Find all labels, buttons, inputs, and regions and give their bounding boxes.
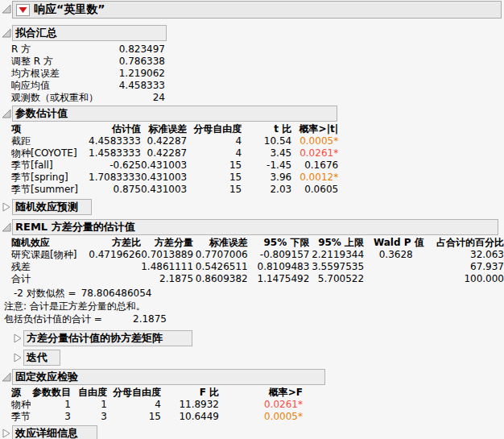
parameter-estimates-table: 项 估计值 标准误差 分母自由度 t 比 概率>|t| 截距 4.4583333… — [11, 123, 343, 196]
section-header-fit-summary[interactable]: 拟合汇总 — [12, 25, 167, 41]
cell: 0.42287 — [141, 147, 187, 159]
column-header: 随机效应 — [11, 237, 89, 249]
column-header: 标准误差 — [193, 237, 248, 249]
cell: 11.8932 — [161, 399, 219, 411]
table-row: 响应均值 4.458333 — [11, 80, 165, 92]
cell: 2.1875 — [141, 273, 193, 285]
table-row: 截距 4.4583333 0.42287 4 10.54 0.0005* — [11, 135, 343, 147]
stat-value: 1.219062 — [108, 68, 165, 80]
red-triangle-menu-button[interactable] — [16, 4, 30, 16]
disclosure-closed-icon[interactable] — [2, 429, 11, 438]
table-row: 残差 1.4861111 0.5426511 0.8109483 3.55975… — [11, 261, 504, 273]
column-header: 自由度 — [71, 387, 107, 399]
cell: 季节[spring] — [11, 172, 89, 184]
disclosure-open-icon[interactable] — [2, 109, 11, 118]
cell: -1.45 — [242, 159, 291, 172]
cell: 0.42287 — [141, 135, 187, 147]
stat-label: 均方根误差 — [11, 68, 108, 80]
cell: 物种[COYOTE] — [11, 147, 89, 159]
cell: 0.5426511 — [193, 261, 248, 273]
cell: 合计 — [11, 273, 89, 285]
neg2-loglikelihood-value: 78.806486054 — [81, 288, 152, 299]
report-title-bar[interactable]: 响应“英里数” — [12, 1, 502, 19]
cell: 10.6449 — [161, 411, 219, 423]
fit-summary-table: R 方 0.823497 调整 R 方 0.786338 均方根误差 1.219… — [11, 43, 165, 104]
total-including-negative-line: 包括负估计值的合计 = 2.1875 — [4, 313, 167, 325]
disclosure-open-icon[interactable] — [2, 4, 11, 14]
stat-value: 24 — [108, 92, 165, 104]
section-header-fixed-effect-tests[interactable]: 固定效应检验 — [12, 369, 325, 385]
column-header: 参数数目 — [31, 387, 71, 399]
p-value-cell: 0.0012* — [291, 172, 343, 184]
total-including-negative-value: 2.1875 — [133, 313, 167, 325]
cell: 0.7707006 — [193, 249, 248, 261]
p-value-cell: 0.0005* — [219, 411, 324, 423]
stat-value: 0.786338 — [108, 56, 165, 68]
stat-label: 观测数（或权重和） — [11, 92, 108, 104]
column-header: 95% 上限 — [309, 237, 364, 249]
random-effect-predictions-row: 随机效应预测 — [2, 199, 504, 215]
reml-header-row: REML 方差分量的估计值 — [2, 219, 504, 235]
cell — [89, 273, 141, 285]
report-title-row: 响应“英里数” — [2, 1, 504, 19]
table-row: 合计 2.1875 0.8609382 1.1475492 5.700522 1… — [11, 273, 504, 285]
cell: 1 — [71, 399, 107, 411]
table-header-row: 源 参数数目 自由度 分母自由度 F 比 概率>F — [11, 387, 324, 399]
section-header-parameter-estimates[interactable]: 参数估计值 — [12, 106, 337, 122]
cell: 物种 — [11, 399, 31, 411]
cell: 3.45 — [242, 147, 291, 159]
column-header: 方差比 — [89, 237, 141, 249]
section-header-cov-matrix[interactable]: 方差分量估计值的协方差矩阵 — [23, 330, 192, 346]
stat-label: 响应均值 — [11, 80, 108, 92]
column-header: 占合计的百分比 — [424, 237, 504, 249]
cell: 3 — [71, 411, 107, 423]
stat-label: R 方 — [11, 43, 108, 56]
fixed-effect-tests-header-row: 固定效应检验 — [2, 369, 504, 385]
cell: 0.8609382 — [193, 273, 248, 285]
disclosure-closed-icon[interactable] — [2, 202, 11, 212]
disclosure-open-icon[interactable] — [2, 28, 11, 38]
cell: 0.4719626 — [89, 249, 141, 261]
cell: 1.1475492 — [248, 273, 310, 285]
column-header: 方差分量 — [141, 237, 193, 249]
p-value-cell: 0.0605 — [291, 184, 343, 196]
cell: 0.7013889 — [141, 249, 193, 261]
cell: 3.5597535 — [309, 261, 364, 273]
fit-summary-header-row: 拟合汇总 — [2, 25, 504, 41]
section-header-reml[interactable]: REML 方差分量的估计值 — [12, 219, 498, 235]
cell: 4 — [187, 135, 242, 147]
cell: 季节[summer] — [11, 184, 89, 196]
disclosure-closed-icon[interactable] — [13, 353, 23, 362]
cell: 0.431003 — [141, 184, 187, 196]
disclosure-open-icon[interactable] — [2, 222, 11, 232]
section-header-iterations[interactable]: 迭代 — [23, 350, 60, 366]
p-value-cell: 0.0261* — [219, 399, 324, 411]
cell: 15 — [187, 172, 242, 184]
column-header: 标准误差 — [141, 123, 187, 135]
disclosure-open-icon[interactable] — [2, 372, 11, 382]
column-header: 概率>|t| — [291, 123, 343, 135]
cell: 4 — [187, 147, 242, 159]
column-header: 估计值 — [89, 123, 141, 135]
cell: 10.54 — [242, 135, 291, 147]
column-header: 项 — [11, 123, 89, 135]
reml-table: 随机效应 方差比 方差分量 标准误差 95% 下限 95% 上限 Wald P … — [11, 237, 504, 285]
p-value-cell: 0.0261* — [291, 147, 343, 159]
neg2-loglikelihood-label: -2 对数似然 = — [14, 288, 76, 299]
cell: 3 — [31, 411, 71, 423]
cell: 0.3628 — [364, 249, 424, 261]
cell: 截距 — [11, 135, 89, 147]
cell: 2.03 — [242, 184, 291, 196]
cell — [364, 273, 424, 285]
section-header-effect-details[interactable]: 效应详细信息 — [12, 425, 97, 439]
cell: 季节 — [11, 411, 31, 423]
p-value-cell: 0.0005* — [291, 135, 343, 147]
cell: 研究课题[物种] — [11, 249, 89, 261]
disclosure-closed-icon[interactable] — [13, 333, 23, 343]
cell: 1.7083333 — [89, 172, 141, 184]
cell: 15 — [187, 159, 242, 172]
cell: 32.063 — [424, 249, 504, 261]
section-header-random-effect-predictions[interactable]: 随机效应预测 — [12, 199, 92, 215]
cell: 4.4583333 — [89, 135, 141, 147]
table-header-row: 随机效应 方差比 方差分量 标准误差 95% 下限 95% 上限 Wald P … — [11, 237, 504, 249]
